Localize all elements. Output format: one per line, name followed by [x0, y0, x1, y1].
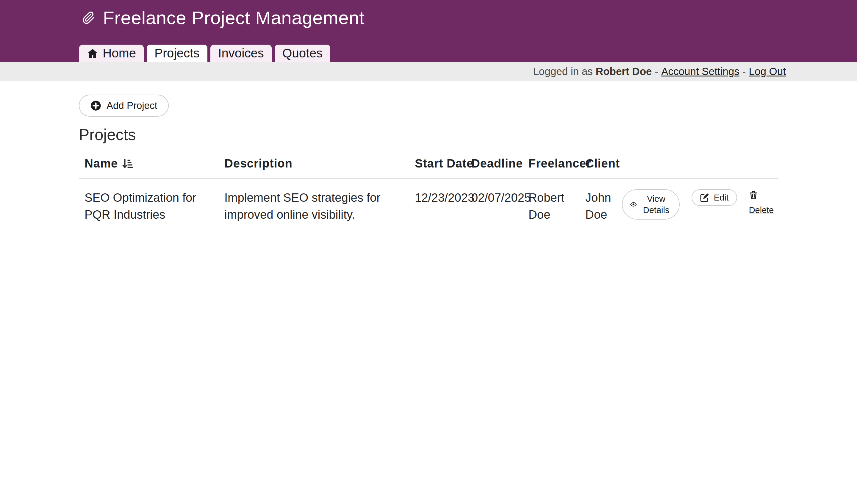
tab-quotes[interactable]: Quotes: [275, 45, 330, 62]
add-project-button[interactable]: Add Project: [79, 95, 169, 117]
column-header-name[interactable]: Name: [79, 157, 219, 178]
main-nav: Home Projects Invoices Quotes: [79, 45, 330, 62]
column-header-actions: [616, 157, 778, 178]
cell-client: John Doe: [579, 178, 616, 232]
cell-freelancer: Robert Doe: [523, 178, 579, 232]
column-header-freelancer: Freelancer: [523, 157, 579, 178]
paperclip-icon: [82, 11, 95, 25]
separator: -: [742, 65, 746, 77]
account-settings-link[interactable]: Account Settings: [661, 65, 739, 77]
column-header-client: Client: [579, 157, 616, 178]
add-project-label: Add Project: [106, 100, 157, 111]
tab-home-label: Home: [103, 46, 136, 61]
home-icon: [87, 48, 98, 59]
tab-invoices[interactable]: Invoices: [211, 45, 272, 62]
column-header-description: Description: [219, 157, 409, 178]
brand: Freelance Project Management: [82, 7, 365, 28]
sort-amount-down-icon[interactable]: [121, 158, 133, 170]
tab-projects-label: Projects: [154, 46, 200, 61]
projects-heading: Projects: [79, 125, 778, 144]
cell-description: Implement SEO strategies for improved on…: [219, 178, 409, 232]
edit-icon: [700, 193, 709, 202]
delete-label: Delete: [749, 202, 774, 219]
logged-in-text: Logged in as: [533, 65, 592, 77]
column-header-deadline: Deadline: [466, 157, 523, 178]
tab-home[interactable]: Home: [79, 45, 144, 62]
plus-circle-icon: [90, 100, 101, 111]
table-row: SEO Optimization for PQR Industries Impl…: [79, 178, 778, 232]
edit-button[interactable]: Edit: [692, 189, 737, 206]
column-header-start-date: Start Date: [409, 157, 466, 178]
separator: -: [655, 65, 658, 77]
tab-invoices-label: Invoices: [218, 46, 264, 61]
eye-icon: [630, 200, 637, 209]
table-header-row: Name Description Start Date Deadline Fre…: [79, 157, 778, 178]
cell-project-name: SEO Optimization for PQR Industries: [79, 178, 219, 232]
app-header: Freelance Project Management Home Projec…: [0, 0, 857, 62]
page-title: Freelance Project Management: [103, 7, 365, 28]
edit-label: Edit: [714, 192, 729, 203]
tab-quotes-label: Quotes: [282, 46, 322, 61]
logged-in-username: Robert Doe: [596, 65, 652, 77]
delete-link[interactable]: Delete: [749, 190, 774, 219]
view-details-label: View Details: [641, 193, 671, 216]
main-content: Add Project Projects Name Description St…: [79, 81, 778, 232]
cell-start-date: 12/23/2023: [409, 178, 466, 232]
cell-deadline: 02/07/2025: [466, 178, 523, 232]
row-actions: View Details Edit: [622, 189, 772, 220]
projects-table: Name Description Start Date Deadline Fre…: [79, 157, 778, 232]
view-details-button[interactable]: View Details: [622, 189, 679, 220]
tab-projects[interactable]: Projects: [147, 45, 207, 62]
trash-icon: [749, 190, 758, 200]
user-bar: Logged in as Robert Doe - Account Settin…: [0, 62, 857, 81]
log-out-link[interactable]: Log Out: [749, 65, 786, 77]
